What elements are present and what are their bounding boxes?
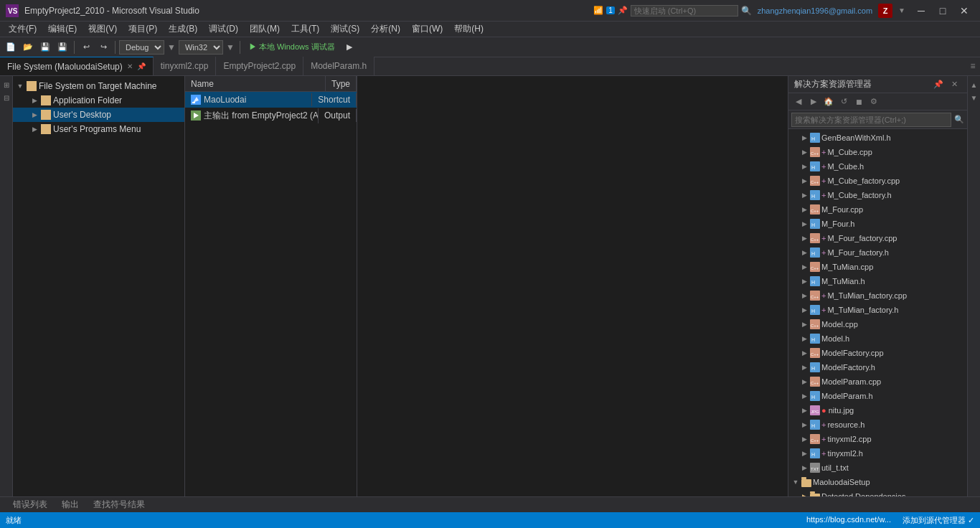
tab-modelparam[interactable]: ModelParam.h xyxy=(303,57,374,75)
sol-expand-icon[interactable]: ▶ xyxy=(800,291,809,300)
sol-pin-btn[interactable]: 📌 xyxy=(931,77,946,92)
sol-close-btn[interactable]: ✕ xyxy=(947,77,961,92)
tree-appfolder[interactable]: ▶ Application Folder xyxy=(13,93,184,108)
menu-view[interactable]: 视图(V) xyxy=(83,22,123,37)
sol-expand-icon[interactable]: ▶ xyxy=(800,263,809,271)
quick-launch-input[interactable] xyxy=(631,5,738,16)
sol-expand-icon[interactable]: ▶ xyxy=(800,176,809,185)
platform-dropdown[interactable]: Win32 xyxy=(179,40,223,55)
tab-scroll-btn[interactable]: ≡ xyxy=(966,57,980,75)
tab-tinyxml[interactable]: tinyxml2.cpp xyxy=(154,57,217,75)
sol-back-btn[interactable]: ◀ xyxy=(791,95,806,109)
toolbar-undo-btn[interactable]: ↩ xyxy=(78,39,94,55)
menu-help[interactable]: 帮助(H) xyxy=(448,22,489,37)
menu-debug[interactable]: 调试(D) xyxy=(203,22,244,37)
sol-item-Model-cpp[interactable]: ▶ C++ Model.cpp xyxy=(788,317,967,331)
sol-item-MCube-factory-h[interactable]: ▶ H + M_Cube_factory.h xyxy=(788,188,967,202)
tree-root[interactable]: ▼ File System on Target Machine xyxy=(13,79,184,93)
left-sidebar-icon-2[interactable]: ⊟ xyxy=(1,92,12,103)
sol-item-MFour-factory-cpp[interactable]: ▶ C++ + M_Four_factory.cpp xyxy=(788,231,967,245)
sol-item-resource-h[interactable]: ▶ H + resource.h xyxy=(788,418,967,432)
menu-project[interactable]: 项目(P) xyxy=(123,22,163,37)
sol-expand-icon[interactable]: ▶ xyxy=(800,349,809,357)
user-account[interactable]: zhangzhenqian1996@gmail.com xyxy=(758,6,872,15)
restore-button[interactable]: □ xyxy=(933,4,953,18)
sol-refresh-btn[interactable]: ↺ xyxy=(837,95,851,109)
toolbar-open-btn[interactable]: 📂 xyxy=(20,39,36,55)
run-button[interactable]: ▶ 本地 Windows 调试器 xyxy=(244,39,340,55)
sol-item-ModelFactory-h[interactable]: ▶ H ModelFactory.h xyxy=(788,360,967,374)
tab-filesystem-close[interactable]: ✕ xyxy=(127,62,133,70)
sol-expand-icon[interactable]: ▶ xyxy=(800,320,809,329)
sol-expand-icon[interactable]: ▶ xyxy=(800,463,809,472)
minimize-button[interactable]: ─ xyxy=(911,4,931,18)
sol-expand-icon[interactable]: ▶ xyxy=(800,162,809,171)
toolbar-attach-btn[interactable]: ▶ xyxy=(341,39,357,55)
solution-search-input[interactable] xyxy=(791,113,951,127)
sol-item-MCube-cpp[interactable]: ▶ C++ + M_Cube.cpp xyxy=(788,145,967,159)
bottom-tab-find-symbol[interactable]: 查找符号结果 xyxy=(86,497,152,513)
sol-item-ModelFactory-cpp[interactable]: ▶ C++ ModelFactory.cpp xyxy=(788,346,967,360)
sol-expand-icon[interactable]: ▶ xyxy=(800,392,809,400)
sol-item-Model-h[interactable]: ▶ H Model.h xyxy=(788,331,967,346)
tree-appfolder-expand[interactable]: ▶ xyxy=(30,96,39,105)
debug-config-dropdown[interactable]: Debug xyxy=(119,40,164,55)
menu-test[interactable]: 测试(S) xyxy=(325,22,365,37)
sol-expand-icon[interactable]: ▶ xyxy=(800,234,809,242)
sol-item-MFour-h[interactable]: ▶ H M_Four.h xyxy=(788,217,967,231)
sol-expand-icon[interactable]: ▶ xyxy=(800,191,809,199)
sol-item-MTuMian-factory-cpp[interactable]: ▶ C++ + M_TuMian_factory.cpp xyxy=(788,288,967,303)
table-row[interactable]: MaoLuodai Shortcut xyxy=(185,92,357,108)
sol-expand-icon[interactable]: ▶ xyxy=(800,377,809,386)
sol-item-tinyxml2-cpp[interactable]: ▶ C++ + tinyxml2.cpp xyxy=(788,432,967,446)
sol-item-MFour-factory-h[interactable]: ▶ H + M_Four_factory.h xyxy=(788,245,967,260)
menu-analyze[interactable]: 分析(N) xyxy=(365,22,406,37)
tree-programs-menu[interactable]: ▶ User's Programs Menu xyxy=(13,122,184,136)
tree-userdesktop[interactable]: ▶ User's Desktop xyxy=(13,108,184,122)
sol-expand-icon[interactable]: ▶ xyxy=(800,205,809,214)
left-sidebar-icon-1[interactable]: ⊞ xyxy=(1,79,12,90)
toolbar-new-btn[interactable]: 📄 xyxy=(3,39,19,55)
toolbar-saveall-btn[interactable]: 💾 xyxy=(55,39,70,55)
menu-team[interactable]: 团队(M) xyxy=(244,22,286,37)
tree-userdesktop-expand[interactable]: ▶ xyxy=(30,110,39,119)
sol-item-ModelParam-cpp[interactable]: ▶ C++ ModelParam.cpp xyxy=(788,374,967,389)
menu-edit[interactable]: 编辑(E) xyxy=(42,22,83,37)
sol-home-btn[interactable]: 🏠 xyxy=(821,95,836,109)
sol-item-MTuMian-cpp[interactable]: ▶ C++ M_TuMian.cpp xyxy=(788,260,967,274)
sol-expand-icon[interactable]: ▼ xyxy=(791,478,800,486)
sol-item-detected-deps[interactable]: ▶ Detected Dependencies xyxy=(788,489,967,496)
tree-root-expand[interactable]: ▼ xyxy=(16,82,24,90)
menu-build[interactable]: 生成(B) xyxy=(163,22,203,37)
close-button[interactable]: ✕ xyxy=(954,4,974,18)
sol-stop-btn[interactable]: ⏹ xyxy=(852,95,866,109)
sol-item-util-txt[interactable]: ▶ TXT util_t.txt xyxy=(788,461,967,475)
bottom-tab-errors[interactable]: 错误列表 xyxy=(6,497,55,513)
sol-item-ModelParam-h[interactable]: ▶ H ModelParam.h xyxy=(788,389,967,403)
sol-expand-icon[interactable]: ▶ xyxy=(800,363,809,372)
sol-expand-icon[interactable]: ▶ xyxy=(800,220,809,228)
sol-expand-icon[interactable]: ▶ xyxy=(800,449,809,458)
sol-expand-icon[interactable]: ▶ xyxy=(800,277,809,286)
sol-settings-btn[interactable]: ⚙ xyxy=(867,95,881,109)
tree-programs-expand[interactable]: ▶ xyxy=(30,125,39,133)
toolbar-redo-btn[interactable]: ↪ xyxy=(95,39,111,55)
menu-window[interactable]: 窗口(W) xyxy=(406,22,448,37)
table-row[interactable]: 主输出 from EmptyProject2 (Active) Output xyxy=(185,108,357,123)
sol-forward-btn[interactable]: ▶ xyxy=(806,95,821,109)
sol-item-MTuMian-factory-h[interactable]: ▶ H + M_TuMian_factory.h xyxy=(788,303,967,317)
sol-item-MCube-factory-cpp[interactable]: ▶ C++ + M_Cube_factory.cpp xyxy=(788,174,967,188)
sol-item-MTuMian-h[interactable]: ▶ H M_TuMian.h xyxy=(788,274,967,288)
tab-emptyproject[interactable]: EmptyProject2.cpp xyxy=(216,57,303,75)
sol-expand-icon[interactable]: ▶ xyxy=(800,420,809,429)
menu-file[interactable]: 文件(F) xyxy=(3,22,42,37)
sol-expand-icon[interactable]: ▶ xyxy=(800,133,809,142)
tab-filesystem[interactable]: File System (MaoluodaiSetup) ✕ 📌 xyxy=(0,57,154,75)
sol-item-nitu-jpg[interactable]: ▶ JPG ● nitu.jpg xyxy=(788,403,967,418)
sol-expand-icon[interactable]: ▶ xyxy=(800,248,809,257)
sol-item-MFour-cpp[interactable]: ▶ C++ M_Four.cpp xyxy=(788,202,967,217)
sol-expand-icon[interactable]: ▶ xyxy=(800,306,809,314)
toolbar-save-btn[interactable]: 💾 xyxy=(37,39,53,55)
sol-expand-icon[interactable]: ▶ xyxy=(800,406,809,415)
sol-expand-icon[interactable]: ▶ xyxy=(800,148,809,156)
